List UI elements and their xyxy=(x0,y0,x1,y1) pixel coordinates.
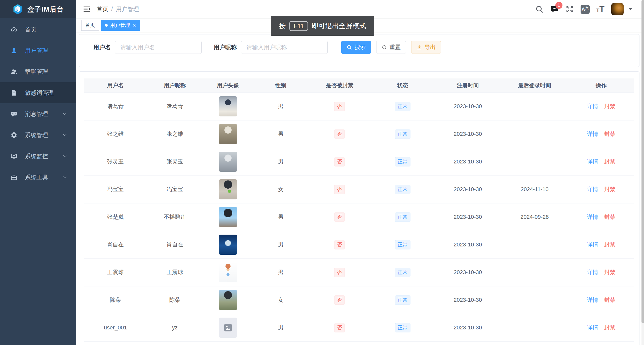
detail-link[interactable]: 详情 xyxy=(587,158,598,165)
reset-button[interactable]: 重置 xyxy=(376,41,406,54)
sidebar-collapse-icon[interactable] xyxy=(83,5,91,13)
cell-nickname: yz xyxy=(147,314,203,341)
banned-badge: 否 xyxy=(334,295,345,305)
ban-link[interactable]: 封禁 xyxy=(604,186,615,192)
banned-badge: 否 xyxy=(334,130,345,139)
user-avatar[interactable] xyxy=(611,3,624,15)
status-badge: 正常 xyxy=(395,212,410,222)
tab-user-management[interactable]: 用户管理✕ xyxy=(101,20,140,31)
cell-username: 冯宝宝 xyxy=(84,176,147,203)
detail-link[interactable]: 详情 xyxy=(587,297,598,303)
active-tab-dot xyxy=(105,24,108,27)
scrollbar-thumb[interactable] xyxy=(641,0,644,323)
sidebar-item-document[interactable]: 敏感词管理 xyxy=(0,82,76,103)
cell-status: 正常 xyxy=(371,286,435,314)
language-switch-icon[interactable]: A 文 xyxy=(581,5,590,14)
sidebar-item-toolbox[interactable]: 系统工具 xyxy=(0,167,76,188)
cell-avatar xyxy=(203,93,253,120)
sidebar-item-group[interactable]: 群聊管理 xyxy=(0,61,76,82)
ban-link[interactable]: 封禁 xyxy=(604,241,615,248)
download-icon xyxy=(416,45,422,50)
ban-link[interactable]: 封禁 xyxy=(604,103,615,109)
status-badge: 正常 xyxy=(395,323,410,332)
column-header: 状态 xyxy=(371,78,435,93)
ban-link[interactable]: 封禁 xyxy=(604,131,615,137)
cell-registered: 2023-10-30 xyxy=(434,176,501,203)
cell-banned: 否 xyxy=(309,258,371,286)
cell-status: 正常 xyxy=(371,203,435,231)
detail-link[interactable]: 详情 xyxy=(587,324,598,331)
cell-last-login xyxy=(501,148,568,176)
cell-gender: 男 xyxy=(253,120,309,148)
ban-link[interactable]: 封禁 xyxy=(604,214,615,220)
sidebar-item-dashboard[interactable]: 首页 xyxy=(0,19,76,40)
detail-link[interactable]: 详情 xyxy=(587,131,598,137)
detail-link[interactable]: 详情 xyxy=(587,269,598,275)
cell-status: 正常 xyxy=(371,120,435,148)
ban-link[interactable]: 封禁 xyxy=(604,324,615,331)
cell-nickname: 张灵玉 xyxy=(147,148,203,176)
nickname-label: 用户昵称 xyxy=(214,44,237,51)
breadcrumb-home[interactable]: 首页 xyxy=(97,5,108,13)
cell-username: 陈朵 xyxy=(84,286,147,314)
detail-link[interactable]: 详情 xyxy=(587,103,598,109)
cell-actions: 详情 封禁 xyxy=(568,203,634,231)
user-avatar-image xyxy=(219,96,237,116)
f11-key-cap: F11 xyxy=(289,21,308,31)
search-button[interactable]: 搜索 xyxy=(341,41,371,54)
table-row: user_001 yz 男 否 正常 2023-10-30 详情 封禁 xyxy=(84,314,634,341)
sidebar-item-user[interactable]: 用户管理 xyxy=(0,40,76,61)
cell-nickname: 肖自在 xyxy=(147,231,203,258)
page-scrollbar[interactable] xyxy=(641,0,644,345)
user-menu-caret-icon[interactable] xyxy=(628,8,632,10)
cell-nickname: 不摇碧莲 xyxy=(147,203,203,231)
search-icon[interactable] xyxy=(535,5,544,13)
banned-badge: 否 xyxy=(334,157,345,166)
cell-gender: 男 xyxy=(253,148,309,176)
banned-badge: 否 xyxy=(334,323,345,332)
top-navbar: 首页 / 用户管理 1 A 文 T T xyxy=(76,0,644,18)
cell-avatar xyxy=(203,176,253,203)
cell-registered: 2023-10-30 xyxy=(434,203,501,231)
messages-icon[interactable]: 1 xyxy=(550,5,559,13)
sidebar-item-chat[interactable]: 消息管理 xyxy=(0,103,76,124)
search-button-icon xyxy=(347,45,352,50)
cell-banned: 否 xyxy=(309,120,371,148)
cell-nickname: 王震球 xyxy=(147,258,203,286)
page-content: 用户名 用户昵称 搜索 重置 导出 xyxy=(76,32,644,345)
column-header: 注册时间 xyxy=(434,78,501,93)
sidebar-item-gear[interactable]: 系统管理 xyxy=(0,124,76,146)
table-row: 冯宝宝 冯宝宝 女 否 正常 2023-10-30 2024-11-10 详情 … xyxy=(84,176,634,203)
cell-last-login xyxy=(501,258,568,286)
status-badge: 正常 xyxy=(395,268,410,277)
username-input[interactable] xyxy=(115,41,202,54)
cell-nickname: 诸葛青 xyxy=(147,93,203,120)
cell-gender: 男 xyxy=(253,314,309,341)
column-header: 是否被封禁 xyxy=(309,78,371,93)
banned-badge: 否 xyxy=(334,212,345,222)
detail-link[interactable]: 详情 xyxy=(587,214,598,220)
close-icon[interactable]: ✕ xyxy=(132,23,136,28)
detail-link[interactable]: 详情 xyxy=(587,241,598,248)
cell-registered: 2023-10-30 xyxy=(434,148,501,176)
ban-link[interactable]: 封禁 xyxy=(604,297,615,303)
fullscreen-icon[interactable] xyxy=(565,5,574,13)
detail-link[interactable]: 详情 xyxy=(587,186,598,192)
export-button[interactable]: 导出 xyxy=(411,41,441,54)
ban-link[interactable]: 封禁 xyxy=(604,158,615,165)
font-size-icon[interactable]: T T xyxy=(596,5,604,14)
tab-home[interactable]: 首页 xyxy=(81,20,99,31)
username-label: 用户名 xyxy=(93,44,111,51)
sidebar-item-monitor[interactable]: 系统监控 xyxy=(0,146,76,167)
gear-icon xyxy=(11,132,17,139)
cell-status: 正常 xyxy=(371,314,435,341)
cell-registered: 2023-10-30 xyxy=(434,314,501,341)
user-avatar-image xyxy=(219,235,237,255)
cell-banned: 否 xyxy=(309,203,371,231)
cell-avatar xyxy=(203,120,253,148)
nickname-input[interactable] xyxy=(241,41,328,54)
user-avatar-image xyxy=(219,290,237,310)
cell-nickname: 冯宝宝 xyxy=(147,176,203,203)
ban-link[interactable]: 封禁 xyxy=(604,269,615,275)
cell-actions: 详情 封禁 xyxy=(568,176,634,203)
